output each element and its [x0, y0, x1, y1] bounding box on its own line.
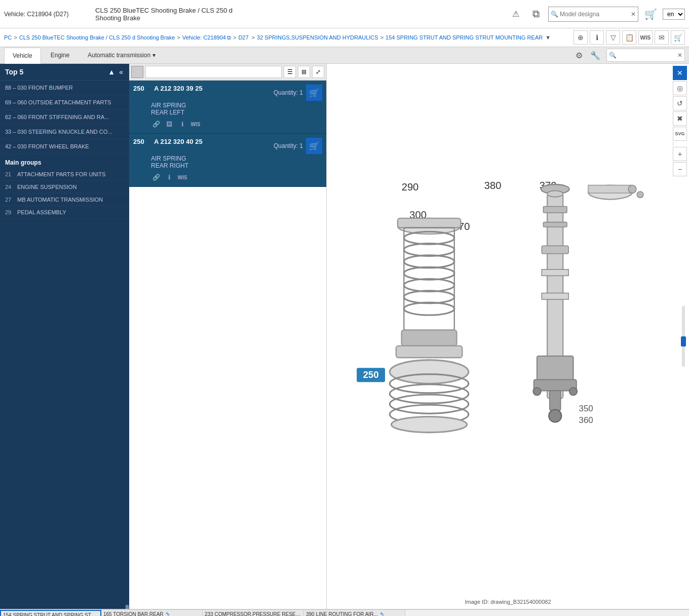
- svg-tool-btn[interactable]: SVG: [673, 127, 687, 141]
- header-icons: ⚠ ⧉ 🔍 ✕ 🛒 en de: [508, 6, 685, 22]
- zoom-out-tool-btn[interactable]: −: [673, 162, 687, 176]
- nav-search-icon: 🔍: [609, 52, 617, 59]
- doc-btn[interactable]: 📋: [622, 30, 636, 45]
- cart-icon-btn[interactable]: 🛒: [642, 6, 659, 22]
- sidebar-top-item-2[interactable]: 69 – 060 OUTSIDE ATTACHMENT PARTS: [0, 95, 129, 110]
- cross-tool-btn[interactable]: ✖: [673, 111, 687, 126]
- breadcrumb-springs[interactable]: 32 SPRINGS,SUSPENSION AND HYDRAULICS: [257, 34, 378, 41]
- part-2-qty-label: Quantity: 1: [274, 142, 303, 149]
- sidebar-top-item-5[interactable]: 42 – 030 FRONT WHEEL BRAKE: [0, 139, 129, 154]
- search-clear-btn[interactable]: ✕: [631, 11, 636, 18]
- circle-tool-btn[interactable]: ◎: [673, 81, 687, 95]
- settings-btn[interactable]: ⚙: [572, 48, 586, 62]
- part-2-cart-btn[interactable]: 🛒: [306, 138, 322, 154]
- sidebar-group-21[interactable]: 21 ATTACHMENT PARTS FOR UNITS: [0, 168, 129, 181]
- parts-list-icon[interactable]: ☰: [284, 66, 296, 78]
- part-2-name: AIR SPRING: [151, 155, 322, 162]
- parts-grid-icon[interactable]: ⊞: [298, 66, 310, 78]
- car-model: CLS 250 BlueTEC Shooting Brake / CLS 250…: [85, 7, 508, 22]
- diagram-tools: ✕ ◎ ↺ ✖ SVG + −: [671, 64, 689, 178]
- filter-btn[interactable]: ▽: [606, 30, 620, 45]
- parts-search-input[interactable]: [145, 66, 282, 78]
- part-row-2-top: 250 A 212 320 40 25 Quantity: 1 🛒: [133, 138, 322, 154]
- wis-btn[interactable]: WIS: [638, 30, 653, 45]
- info-btn[interactable]: ℹ: [590, 30, 604, 45]
- nav-tabs: Vehicle Engine Automatic transmission ▾ …: [0, 47, 689, 64]
- sidebar-top-item-4[interactable]: 33 – 030 STEERING KNUCKLE AND CO...: [0, 125, 129, 139]
- part-2-link-icon[interactable]: 🔗: [151, 172, 161, 182]
- sidebar-list: 88 – 030 FRONT BUMPER 69 – 060 OUTSIDE A…: [0, 81, 129, 605]
- part-1-image-icon[interactable]: 🖼: [164, 119, 174, 129]
- svg-text:250: 250: [363, 369, 378, 380]
- thumbnail-2-edit-icon[interactable]: ✎: [166, 611, 170, 616]
- thumbnail-3[interactable]: 233 COMPRESSOR,PRESSURE RESERVOIR AND VA…: [203, 610, 304, 616]
- part-1-wis-icon[interactable]: WIS: [190, 119, 201, 129]
- thumbnail-2[interactable]: 165 TORSION BAR,REAR ✎: [101, 610, 203, 616]
- nav-search-input[interactable]: [617, 52, 677, 59]
- sidebar-group-24[interactable]: 24 ENGINE SUSPENSION: [0, 181, 129, 194]
- svg-text:360: 360: [579, 415, 593, 425]
- part-1-name: AIR SPRING: [151, 102, 322, 109]
- sidebar-top-item-3[interactable]: 62 – 060 FRONT STIFFENING AND RA...: [0, 110, 129, 125]
- model-sub: Shooting Brake: [95, 14, 508, 22]
- zoom-in-btn[interactable]: ⊕: [573, 30, 588, 45]
- sidebar-group-21-label: ATTACHMENT PARTS FOR UNITS: [17, 171, 105, 177]
- part-2-info-icon[interactable]: ℹ: [164, 172, 174, 182]
- tab-automatic-transmission[interactable]: Automatic transmission ▾: [79, 47, 164, 63]
- svg-rect-30: [543, 207, 567, 213]
- sidebar-minimize-btn[interactable]: «: [118, 67, 124, 77]
- vehicle-copy-icon[interactable]: ⧉: [227, 34, 231, 41]
- history-tool-btn[interactable]: ↺: [673, 96, 687, 110]
- part-2-wis-icon[interactable]: WIS: [177, 172, 187, 182]
- breadcrumb-vehicle[interactable]: Vehicle: C218904: [182, 34, 226, 41]
- breadcrumb-spring-strut[interactable]: 154 SPRING STRUT AND SPRING STRUT MOUNTI…: [386, 34, 543, 41]
- vehicle-label: Vehicle: C218904 (D27): [4, 11, 68, 18]
- part-row-2: 250 A 212 320 40 25 Quantity: 1 🛒 AIR SP…: [129, 134, 326, 187]
- lang-select[interactable]: en de: [663, 9, 685, 20]
- svg-rect-17: [396, 346, 463, 358]
- mail-btn[interactable]: ✉: [655, 30, 669, 45]
- tab-vehicle[interactable]: Vehicle: [4, 48, 41, 64]
- cart-bc-btn[interactable]: 🛒: [671, 30, 685, 45]
- breadcrumb-d27[interactable]: D27: [238, 34, 248, 41]
- part-1-qty-label: Quantity: 1: [274, 89, 303, 96]
- part-1-link-icon[interactable]: 🔗: [151, 119, 161, 129]
- part-1-actions: 🔗 🖼 ℹ WIS: [151, 119, 322, 129]
- thumbnail-4-edit-icon[interactable]: ✎: [380, 611, 384, 616]
- sidebar-group-29[interactable]: 29 PEDAL ASSEMBLY: [0, 206, 129, 219]
- zoom-in-tool-btn[interactable]: +: [673, 147, 687, 161]
- diagram-zoom-bar[interactable]: [682, 306, 685, 367]
- tab-engine[interactable]: Engine: [42, 47, 78, 63]
- parts-toolbar: ☰ ⊞ ⤢: [129, 64, 326, 81]
- svg-text:350: 350: [579, 404, 593, 413]
- nav-extra-icons: ⚙ 🔧: [572, 48, 602, 62]
- sidebar-top-item-1[interactable]: 88 – 030 FRONT BUMPER: [0, 81, 129, 95]
- search-icon: 🔍: [551, 11, 558, 18]
- svg-point-45: [628, 185, 636, 194]
- svg-rect-0: [327, 167, 689, 506]
- close-diagram-btn[interactable]: ✕: [673, 66, 687, 80]
- svg-point-18: [390, 360, 468, 384]
- breadcrumb-dropdown-icon[interactable]: ▼: [545, 34, 551, 41]
- svg-rect-31: [543, 222, 567, 227]
- thumbnail-4[interactable]: 390 LINE ROUTING FOR AIR... ✎: [304, 610, 405, 616]
- breadcrumb-model[interactable]: CLS 250 BlueTEC Shooting Brake / CLS 250…: [19, 34, 175, 41]
- parts-expand-icon[interactable]: ⤢: [312, 66, 324, 78]
- model-search-input[interactable]: [560, 11, 631, 18]
- breadcrumb-pc[interactable]: PC: [4, 34, 12, 41]
- part-row-1: 250 A 212 320 39 25 Quantity: 1 🛒 AIR SP…: [129, 81, 326, 134]
- part-1-info-icon[interactable]: ℹ: [177, 119, 187, 129]
- breadcrumb-icons: ⊕ ℹ ▽ 📋 WIS ✉ 🛒: [573, 30, 685, 45]
- diagram-area[interactable]: 290 380 370 300 270: [327, 64, 689, 609]
- thumbnail-1[interactable]: 154 SPRING STRUT AND SPRING STRUT MOUNTI…: [0, 610, 101, 616]
- warning-icon-btn[interactable]: ⚠: [508, 6, 524, 22]
- sidebar-group-24-label: ENGINE SUSPENSION: [17, 184, 76, 190]
- part-1-cart-btn[interactable]: 🛒: [306, 85, 322, 101]
- sidebar-collapse-btn[interactable]: ▲: [107, 67, 116, 77]
- parts-color-swatch[interactable]: [131, 66, 143, 78]
- nav-search-clear-icon[interactable]: ✕: [677, 52, 682, 59]
- tools-btn[interactable]: 🔧: [588, 48, 602, 62]
- sidebar-group-27[interactable]: 27 MB AUTOMATIC TRANSMISSION: [0, 194, 129, 206]
- copy-icon-btn[interactable]: ⧉: [528, 6, 544, 22]
- tool-divider: [673, 142, 673, 146]
